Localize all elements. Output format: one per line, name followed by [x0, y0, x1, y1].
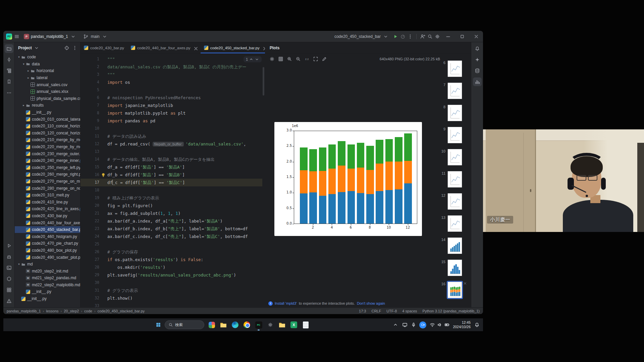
- database-tool-button[interactable]: [473, 66, 482, 75]
- tree-item[interactable]: code20_480_box_plot.py: [15, 247, 80, 254]
- plot-thumbnail[interactable]: [447, 215, 462, 232]
- editor-tab[interactable]: code20_440_bar_four_axes.py: [127, 42, 201, 53]
- commit-tool-button[interactable]: [5, 55, 13, 64]
- code-line[interactable]: df_c = df[df['製品'] == '製品C']: [107, 179, 264, 186]
- code-line[interactable]: ax = fig.add_subplot(1, 1, 1): [107, 209, 264, 217]
- code-line[interactable]: plt.savefig('results/annual_sales_produc…: [107, 271, 264, 279]
- close-button[interactable]: [470, 31, 483, 42]
- tree-chevron[interactable]: ▸: [26, 76, 31, 79]
- tree-item[interactable]: code20_450_stacked_bar.py: [15, 226, 80, 233]
- code-line[interactable]: df_b = df[df['製品'] == '製品B']: [107, 171, 264, 179]
- code-line[interactable]: [107, 148, 264, 156]
- more-tool-button[interactable]: [5, 88, 13, 97]
- code-line[interactable]: import japanize_matplotlib: [107, 102, 264, 109]
- next-problem-icon[interactable]: [255, 57, 259, 62]
- tree-item[interactable]: Mmd20_step2_init.md: [15, 267, 80, 275]
- code-line[interactable]: ax.bar(df_c.index, df_c["売上"], label='製品…: [107, 233, 264, 240]
- taskbar-app-edge[interactable]: [231, 320, 239, 329]
- code-line[interactable]: # 積み上げ棒グラフの表示: [107, 194, 264, 202]
- tree-item[interactable]: Mmd21_step2_pandas.md: [15, 275, 80, 282]
- code-line[interactable]: [107, 125, 264, 132]
- tree-item[interactable]: code20_440_bar_four_axes.py: [15, 219, 80, 226]
- plot-thumbnail[interactable]: [447, 282, 462, 298]
- code-line[interactable]: import os: [107, 78, 264, 86]
- editor-tab[interactable]: code20_450_stacked_bar.py: [201, 42, 265, 53]
- code-line[interactable]: [107, 86, 264, 94]
- more-actions-icon[interactable]: [407, 33, 414, 40]
- tree-item[interactable]: code20_270_merge_on_multi.py: [15, 178, 80, 185]
- settings-icon[interactable]: [434, 33, 441, 40]
- tree-item[interactable]: code20_490_scatter_plot.py: [15, 254, 80, 261]
- taskbar-app-chrome[interactable]: [243, 320, 251, 329]
- zoom-meeting-icon[interactable]: [419, 321, 426, 328]
- editor-tab[interactable]: code20_430_bar.py: [80, 42, 127, 53]
- terminal-tool-button[interactable]: [5, 263, 13, 272]
- code-line[interactable]: [107, 302, 264, 307]
- tree-item[interactable]: ▸ results: [15, 102, 80, 109]
- code-line[interactable]: plt.show(): [107, 294, 264, 302]
- debug-tool-button[interactable]: [5, 252, 13, 261]
- tree-item[interactable]: code20_250_merge_left.py: [15, 164, 80, 171]
- code-line[interactable]: import matplotlib.pyplot as plt: [107, 109, 264, 117]
- tree-item[interactable]: annual_sales.xlsx: [15, 88, 80, 95]
- plot-thumbnail[interactable]: [447, 60, 462, 77]
- breadcrumb[interactable]: pandas_matplotlib_1›lessons›20_step2›cod…: [7, 309, 145, 313]
- code-line[interactable]: [107, 240, 264, 248]
- tree-item[interactable]: __init__.py: [15, 295, 80, 302]
- chevron-down-icon[interactable]: [33, 45, 40, 51]
- project-widget[interactable]: P pandas_matplotlib_1: [21, 32, 79, 41]
- taskbar-app-widgets[interactable]: [207, 320, 216, 329]
- tree-item[interactable]: physical_data_sample.csv: [15, 95, 80, 102]
- status-bar-item[interactable]: CRLF: [371, 309, 381, 313]
- one-to-one-icon[interactable]: 1:1: [303, 55, 311, 63]
- taskbar-app-excel[interactable]: X: [289, 320, 298, 329]
- taskbar-app-pycharm[interactable]: PC: [254, 320, 263, 329]
- close-tab-icon[interactable]: [262, 46, 265, 50]
- code-line[interactable]: os.mkdir('results'): [107, 263, 264, 271]
- code-with-me-icon[interactable]: [419, 33, 426, 40]
- code-line[interactable]: # グラフの表示: [107, 287, 264, 294]
- editor-code[interactable]: """data/annual_sales.csv の製品A, 製品B, 製品C …: [107, 54, 264, 307]
- minimize-button[interactable]: [441, 31, 455, 42]
- plot-thumbnail[interactable]: [447, 237, 462, 254]
- project-tool-button[interactable]: [5, 44, 13, 53]
- plot-thumbnail[interactable]: [447, 82, 462, 99]
- code-line[interactable]: ax.bar(df_a.index, df_a["売上"], label='製品…: [107, 217, 264, 225]
- plot-thumbnail[interactable]: [447, 259, 462, 276]
- breadcrumb-item[interactable]: lessons: [46, 309, 58, 313]
- code-line[interactable]: # データの読み込み: [107, 132, 264, 140]
- code-line[interactable]: if os.path.exists('results') is False:: [107, 256, 264, 263]
- tree-item[interactable]: ▾ data: [15, 61, 80, 68]
- tree-item[interactable]: code20_010_concat_lateral.py: [15, 116, 80, 123]
- tree-chevron[interactable]: ▾: [21, 62, 26, 66]
- bookmarks-tool-button[interactable]: [5, 77, 13, 86]
- status-bar-item[interactable]: Python 3.12 (pandas_matplotlib_1): [422, 309, 480, 313]
- search-everywhere-icon[interactable]: [427, 33, 433, 40]
- plot-thumbnail[interactable]: [447, 149, 462, 166]
- charts-tool-button[interactable]: [473, 77, 482, 86]
- breadcrumb-item[interactable]: code20_450_stacked_bar.py: [98, 309, 145, 313]
- maximize-button[interactable]: [455, 31, 469, 42]
- plot-thumbnail[interactable]: [447, 171, 462, 188]
- services-tool-button[interactable]: [5, 286, 13, 294]
- select-opened-file-icon[interactable]: [63, 45, 70, 51]
- code-line[interactable]: """: [107, 55, 264, 63]
- grid-icon[interactable]: [277, 55, 284, 63]
- tree-item[interactable]: code20_310_melt.py: [15, 192, 80, 199]
- settings-icon[interactable]: [268, 55, 276, 63]
- tree-item[interactable]: code20_430_bar.py: [15, 213, 80, 220]
- pycharm-logo-icon[interactable]: PC: [6, 34, 12, 40]
- code-line[interactable]: # データの抽出。製品A, 製品B, 製品Cのデータを抽出: [107, 156, 264, 163]
- tree-item[interactable]: code20_420_line_in_axes.py: [15, 205, 80, 213]
- code-line[interactable]: ax.bar(df_b.index, df_b["売上"], label='製品…: [107, 225, 264, 233]
- notification-center-icon[interactable]: [474, 321, 480, 328]
- zoom-in-icon[interactable]: [286, 55, 293, 63]
- tray-battery-icon[interactable]: [444, 322, 450, 328]
- tray-volume-icon[interactable]: [437, 322, 442, 328]
- taskbar-app-folder[interactable]: [278, 320, 286, 329]
- code-line[interactable]: # noinspection PyUnresolvedReferences: [107, 94, 264, 102]
- taskbar-app-settings[interactable]: [266, 320, 275, 329]
- tree-item[interactable]: code20_220_merge_by_month_d.py: [15, 143, 80, 150]
- close-tab-icon[interactable]: [193, 46, 197, 50]
- taskbar-app-notepad[interactable]: [301, 320, 310, 329]
